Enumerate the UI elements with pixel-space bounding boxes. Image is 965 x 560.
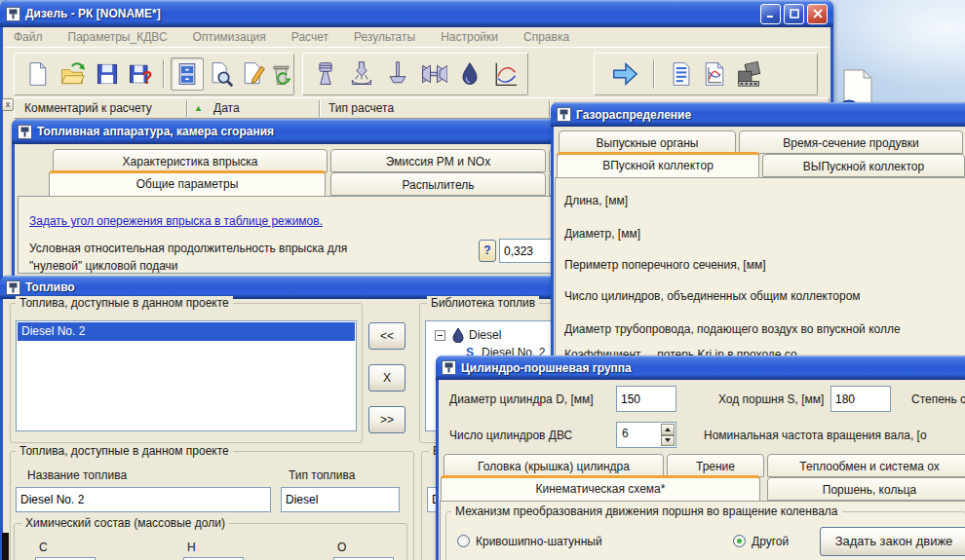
- set-injection-advance-link[interactable]: Задать угол опережения впрыска в таблице…: [29, 214, 323, 228]
- window-piston-icon: [557, 107, 571, 122]
- bore-input[interactable]: [616, 386, 676, 412]
- minimize-button[interactable]: [760, 4, 781, 24]
- cycle-curve-icon: [491, 60, 519, 88]
- spinner-down-button[interactable]: [661, 435, 675, 447]
- stroke-input[interactable]: [830, 386, 891, 412]
- cylinder-group-titlebar[interactable]: Цилиндро-поршневая группа: [436, 355, 965, 380]
- toolbar-group-file: ?: [14, 53, 294, 95]
- animation-film-button[interactable]: [733, 57, 766, 91]
- menu-engine-params[interactable]: Параметры_КДВС: [68, 30, 168, 47]
- header-date-column[interactable]: Дата: [213, 101, 240, 115]
- run-button[interactable]: [608, 57, 641, 91]
- column-divider[interactable]: [186, 100, 188, 117]
- valve-button[interactable]: [381, 57, 414, 91]
- column-divider[interactable]: [319, 100, 321, 117]
- new-document-icon: [23, 60, 51, 88]
- tab-kinematic-scheme[interactable]: Кинематическая схема*: [441, 475, 760, 502]
- fuel-name-label: Название топлива: [27, 468, 127, 482]
- injection-duration-input[interactable]: [499, 239, 558, 263]
- tab-heat-exchange-cooling[interactable]: Теплообмен и система ох: [767, 454, 965, 477]
- maximize-button[interactable]: [784, 4, 804, 24]
- fuel-system-window: Топливная аппаратура, камера сгорания Ха…: [12, 119, 558, 276]
- open-project-button[interactable]: [56, 57, 89, 91]
- results-chart-button[interactable]: [698, 57, 731, 91]
- menu-settings[interactable]: Настройки: [441, 30, 498, 47]
- report-document-button[interactable]: [665, 57, 698, 91]
- preview-document-button[interactable]: [204, 57, 237, 91]
- tab-injection-characteristic[interactable]: Характеристика впрыска: [53, 149, 328, 172]
- fuel-properties-group-label: Топлива, доступные в данном проекте: [16, 444, 233, 458]
- turbocharger-button[interactable]: [417, 57, 450, 91]
- menu-help[interactable]: Справка: [523, 30, 569, 47]
- cylinders-per-manifold-label: Число цилиндров, объединенных общим колл…: [564, 289, 861, 303]
- tab-pm-nox-emission[interactable]: Эмиссия PM и NOx: [330, 149, 546, 172]
- toolbar-separator: [163, 59, 165, 89]
- tab-intake-manifold[interactable]: ВПускной коллектор: [557, 152, 759, 178]
- spinner-buttons: [661, 424, 675, 446]
- menu-bar: Файл Параметры_КДВС Оптимизация Расчет Р…: [4, 27, 830, 47]
- menu-file[interactable]: Файл: [14, 30, 43, 47]
- tab-time-area-scavenging[interactable]: Время-сечение продувки: [739, 131, 963, 154]
- tab-atomizer[interactable]: Распылитель: [330, 172, 546, 196]
- tab-exhaust-organs[interactable]: Выпускные органы: [559, 131, 736, 154]
- turbocharger-icon: [420, 60, 447, 88]
- set-motion-law-button[interactable]: Задать закон движе: [820, 527, 965, 556]
- fuel-system-titlebar[interactable]: Топливная аппаратура, камера сгорания: [12, 119, 558, 144]
- new-document-button[interactable]: [20, 57, 54, 91]
- injector-button[interactable]: [345, 57, 378, 91]
- tab-exhaust-manifold[interactable]: ВЫПускной коллектор: [762, 154, 965, 177]
- run-arrow-icon: [610, 59, 639, 89]
- piston-button[interactable]: [309, 57, 342, 91]
- save-help-button[interactable]: ?: [124, 57, 157, 91]
- tree-node-diesel[interactable]: Diesel: [469, 328, 501, 342]
- delete-fuel-button[interactable]: X: [368, 364, 405, 392]
- crank-mechanism-label[interactable]: Кривошипно-шатунный: [476, 535, 602, 548]
- close-button[interactable]: [807, 4, 828, 24]
- fuel-library-group-label: Библиотека топлив: [427, 296, 539, 310]
- database-cabinet-button[interactable]: [171, 57, 204, 91]
- fuel-drop-button[interactable]: [453, 57, 486, 91]
- header-calc-type-column[interactable]: Тип расчета: [328, 101, 394, 115]
- hydrogen-label: H: [187, 541, 196, 554]
- length-label: Длина, [мм]: [564, 194, 628, 207]
- crank-mechanism-radio[interactable]: [457, 535, 470, 547]
- preview-magnifier-icon: [207, 60, 234, 88]
- cylinder-count-spinner[interactable]: 6: [616, 422, 676, 448]
- tab-piston-rings[interactable]: Поршень, кольца: [767, 477, 965, 501]
- save-button[interactable]: [91, 57, 124, 91]
- menu-calculation[interactable]: Расчет: [291, 30, 328, 47]
- menu-results[interactable]: Результаты: [354, 30, 415, 47]
- fuel-type-input[interactable]: [281, 487, 400, 512]
- tree-droplet-icon: [452, 327, 464, 343]
- fuel-list-item-selected[interactable]: Diesel No. 2: [18, 322, 355, 341]
- window-title: Дизель - РК [NONAME*]: [25, 7, 161, 20]
- spinner-up-button[interactable]: [661, 424, 675, 435]
- tab-cylinder-head[interactable]: Головка (крышка) цилиндра: [444, 454, 664, 477]
- other-mechanism-radio[interactable]: [733, 535, 746, 547]
- gas-exchange-titlebar[interactable]: Газораспределение: [551, 102, 965, 127]
- cycle-curve-button[interactable]: [488, 57, 521, 91]
- menu-optimization[interactable]: Оптимизация: [193, 30, 266, 47]
- sort-ascending-icon: ▲: [194, 103, 203, 113]
- move-to-project-button[interactable]: <<: [368, 322, 405, 350]
- cylinder-group-window: Цилиндро-поршневая группа Диаметр цилинд…: [436, 355, 965, 560]
- fuel-name-input[interactable]: [16, 487, 271, 512]
- header-comment-column[interactable]: Комментарий к расчету: [24, 101, 152, 115]
- window-piston-icon: [442, 360, 456, 375]
- tab-friction[interactable]: Трение: [667, 454, 764, 477]
- window-title: Топливо: [25, 280, 75, 294]
- tab-general-parameters[interactable]: Общие параметры: [49, 170, 326, 197]
- other-mechanism-label[interactable]: Другой: [752, 535, 789, 548]
- project-fuel-listbox[interactable]: Diesel No. 2: [16, 320, 357, 431]
- help-button[interactable]: ?: [479, 240, 496, 262]
- move-to-library-button[interactable]: >>: [368, 406, 405, 433]
- film-icon: [735, 59, 764, 89]
- toolbar-group-engine: [302, 53, 528, 95]
- delete-recycle-button[interactable]: [264, 57, 297, 91]
- window-piston-icon: [6, 280, 20, 295]
- compression-ratio-label: Степень с: [911, 392, 965, 406]
- file-cabinet-icon: [174, 60, 201, 88]
- main-window-titlebar[interactable]: Дизель - РК [NONAME*]: [0, 0, 833, 27]
- tree-expand-icon[interactable]: [435, 330, 445, 341]
- dock-panel-close-button[interactable]: x: [2, 98, 14, 111]
